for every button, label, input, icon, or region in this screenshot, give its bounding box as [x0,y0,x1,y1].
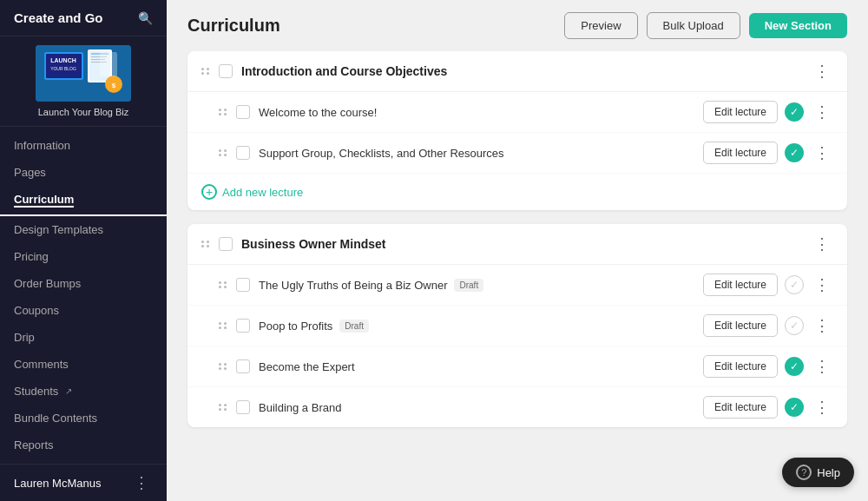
lecture-checkbox[interactable] [236,105,250,119]
sidebar-item-label: Bundle Contents [14,412,97,425]
lecture-more-button[interactable]: ⋮ [811,277,833,293]
section-card-2: Business Owner Mindset ⋮ The Ugly Truths… [187,224,847,427]
external-link-icon: ↗ [65,386,72,396]
edit-lecture-button[interactable]: Edit lecture [703,142,778,164]
section-title-1: Introduction and Course Objectives [241,64,802,78]
lecture-row: Welcome to the course! Edit lecture ✓ ⋮ [187,92,847,133]
help-button[interactable]: ? Help [782,458,854,487]
section-card-1: Introduction and Course Objectives ⋮ Wel… [187,51,847,210]
sidebar-item-reports[interactable]: Reports [0,432,167,458]
svg-rect-6 [89,51,110,81]
edit-lecture-button[interactable]: Edit lecture [703,274,778,296]
add-lecture-row-1: + Add new lecture [187,174,847,210]
sidebar-item-information[interactable]: Information [0,132,167,159]
svg-rect-7 [91,53,108,55]
edit-lecture-button[interactable]: Edit lecture [703,314,778,337]
lecture-row: Building a Brand Edit lecture ✓ ⋮ [187,387,847,427]
sidebar-item-label: Order Bumps [14,277,81,290]
course-name: Launch Your Blog Biz [38,107,129,117]
sidebar-item-label: Drip [14,331,35,344]
lecture-more-button[interactable]: ⋮ [811,145,833,161]
lecture-title: Become the Expert [259,360,694,373]
svg-text:LAUNCH: LAUNCH [50,57,76,63]
lecture-more-button[interactable]: ⋮ [811,104,833,120]
sidebar-item-label: Information [14,139,70,152]
course-thumbnail-image: LAUNCH YOUR BLOG $ [36,45,131,102]
header-actions: Preview Bulk Upload New Section [564,12,847,39]
lecture-drag-handle[interactable] [219,322,227,329]
lecture-drag-handle[interactable] [219,363,227,370]
lecture-more-button[interactable]: ⋮ [811,359,833,374]
lecture-checkbox[interactable] [236,278,250,292]
bulk-upload-button[interactable]: Bulk Upload [647,12,740,39]
lecture-drag-handle[interactable] [219,281,227,288]
curriculum-content: Introduction and Course Objectives ⋮ Wel… [167,51,868,501]
lecture-actions: Edit lecture ✓ ⋮ [703,355,833,378]
draft-status-icon: ✓ [785,316,804,335]
lecture-checkbox[interactable] [236,319,250,333]
course-thumbnail[interactable]: LAUNCH YOUR BLOG $ Launch Your Blog Biz [0,36,167,127]
lecture-checkbox[interactable] [236,400,250,414]
add-lecture-label: Add new lecture [222,186,303,199]
lecture-checkbox[interactable] [236,359,250,373]
sidebar-item-drip[interactable]: Drip [0,324,167,351]
lecture-title: Building a Brand [259,401,694,414]
edit-lecture-button[interactable]: Edit lecture [703,101,778,123]
brand-name: Create and Go [14,10,103,25]
sidebar-item-coupons[interactable]: Coupons [0,297,167,324]
draft-badge: Draft [454,279,483,292]
sidebar-item-students[interactable]: Students ↗ [0,378,167,405]
user-name: Lauren McManus [14,477,101,490]
sidebar-body: LAUNCH YOUR BLOG $ Launch Your Blog Biz [0,36,167,464]
lecture-drag-handle[interactable] [219,404,227,411]
preview-button[interactable]: Preview [564,12,637,39]
lecture-more-button[interactable]: ⋮ [811,399,833,415]
published-status-icon: ✓ [785,143,804,162]
sidebar-item-label: Design Templates [14,223,103,236]
sidebar-item-pages[interactable]: Pages [0,159,167,186]
section-drag-handle-2[interactable] [201,241,210,247]
section-checkbox-1[interactable] [219,64,233,78]
nav-menu: Information Pages Curriculum Design Temp… [0,127,167,464]
section-header-1: Introduction and Course Objectives ⋮ [187,51,847,92]
section-drag-handle-1[interactable] [201,68,210,75]
main-content-area: Curriculum Preview Bulk Upload New Secti… [167,0,868,501]
section-more-button-2[interactable]: ⋮ [811,236,833,252]
sidebar-item-comments[interactable]: Comments [0,351,167,378]
section-more-button-1[interactable]: ⋮ [811,63,833,79]
svg-text:$: $ [112,82,116,89]
lecture-actions: Edit lecture ✓ ⋮ [703,101,833,123]
lecture-title: Welcome to the course! [259,106,694,119]
help-icon: ? [796,465,812,480]
lecture-checkbox[interactable] [236,146,250,160]
sidebar-item-pricing[interactable]: Pricing [0,243,167,270]
search-icon[interactable]: 🔍 [138,11,153,25]
lecture-more-button[interactable]: ⋮ [811,318,833,333]
edit-lecture-button[interactable]: Edit lecture [703,396,778,419]
svg-rect-10 [91,62,107,63]
lecture-row: Poop to Profits Draft Edit lecture ✓ ⋮ [187,306,847,346]
sidebar-item-bundle-contents[interactable]: Bundle Contents [0,405,167,432]
page-title: Curriculum [187,16,280,36]
published-status-icon: ✓ [785,102,804,122]
add-circle-icon: + [201,184,217,200]
sidebar-item-label: Comments [14,358,69,371]
lecture-drag-handle[interactable] [219,149,227,156]
sidebar-item-label: Reports [14,438,54,452]
draft-status-icon: ✓ [785,275,804,294]
section-header-2: Business Owner Mindset ⋮ [187,224,847,265]
new-section-button[interactable]: New Section [749,13,847,38]
sidebar-item-design-templates[interactable]: Design Templates [0,216,167,243]
sidebar-item-order-bumps[interactable]: Order Bumps [0,270,167,297]
section-title-2: Business Owner Mindset [241,237,802,251]
sidebar-item-label: Students [14,385,58,398]
nav-section: LAUNCH YOUR BLOG $ Launch Your Blog Biz [0,36,167,464]
add-lecture-button-1[interactable]: + Add new lecture [201,184,303,200]
section-checkbox-2[interactable] [219,237,233,251]
sidebar-item-curriculum[interactable]: Curriculum [0,186,167,216]
edit-lecture-button[interactable]: Edit lecture [703,355,778,378]
svg-rect-9 [91,59,105,60]
user-more-button[interactable]: ⋮ [130,475,153,491]
lecture-drag-handle[interactable] [219,109,227,115]
sidebar-item-label: Pricing [14,250,49,263]
